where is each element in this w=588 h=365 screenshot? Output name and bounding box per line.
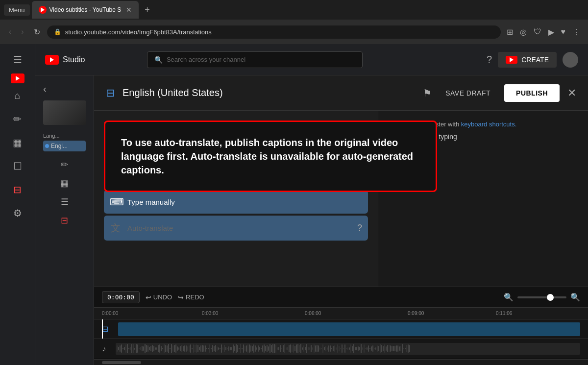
save-draft-button[interactable]: SAVE DRAFT: [440, 85, 496, 101]
yt-play-icon: [16, 76, 20, 81]
lang-item-english[interactable]: Engl...: [43, 141, 86, 151]
pause-checkbox[interactable]: [388, 133, 396, 141]
address-text: studio.youtube.com/video/ImgF6pbt83A/tra…: [65, 28, 212, 36]
time-display: 0:00:00: [102, 291, 140, 303]
yt-header-icon: [45, 55, 59, 65]
create-button[interactable]: CREATE: [498, 52, 557, 68]
music-icon: ♪: [102, 344, 106, 353]
upload-file-option[interactable]: ⬆ Upload file: [104, 139, 368, 163]
studio-header: Studio 🔍 Search across your channel ? CR…: [35, 44, 588, 75]
zoom-out-icon[interactable]: 🔍: [504, 292, 514, 302]
tab-bar: Menu Video subtitles - YouTube S ✕ +: [0, 0, 588, 20]
timeline-scrollbar[interactable]: [102, 361, 141, 364]
header-right: ? CREATE: [487, 52, 578, 68]
refresh-button[interactable]: ↻: [31, 25, 43, 39]
waveform-bars: [116, 343, 411, 355]
ruler-marker-3: 0:09:00: [408, 311, 424, 316]
sidebar-item-analytics[interactable]: ▦: [2, 132, 33, 153]
publish-button[interactable]: PUBLISH: [504, 84, 560, 102]
type-manually-label: Type manually: [127, 198, 175, 206]
studio-text: Studio: [63, 55, 85, 64]
timeline: 0:00:00 ↩ UNDO ↪ REDO 🔍: [94, 287, 588, 365]
autosync-icon: ⟳: [110, 170, 122, 182]
sidebar-menu-button[interactable]: ☰: [7, 48, 28, 72]
close-button[interactable]: ✕: [567, 87, 576, 99]
studio-brand: Studio: [45, 55, 85, 65]
content-area: ‹ Lang... Engl... ✏ ▦ ☰ ⊟: [35, 75, 588, 365]
active-tab[interactable]: Video subtitles - YouTube S ✕: [32, 1, 139, 19]
undo-button[interactable]: ↩ UNDO: [146, 293, 172, 301]
sidebar-item-settings[interactable]: ⚙: [2, 202, 33, 224]
playhead: [102, 319, 103, 339]
comments-icon: ☐: [13, 160, 22, 172]
sidebar-item-comments[interactable]: ☐: [2, 155, 33, 177]
main-content: Studio 🔍 Search across your channel ? CR…: [35, 44, 588, 365]
sidebar-item-content[interactable]: ✏: [2, 108, 33, 130]
lang-label: Lang...: [43, 133, 86, 139]
timeline-controls: 0:00:00 ↩ UNDO ↪ REDO 🔍: [94, 287, 588, 307]
ruler-marker-0: 0:00:00: [102, 311, 118, 316]
playlist-icon[interactable]: ☰: [61, 196, 69, 207]
zoom-thumb[interactable]: [547, 294, 554, 301]
captions-panel: Select how you want to add captions ⬆ Up…: [94, 111, 378, 287]
redo-label: REDO: [186, 293, 204, 301]
tab-close-button[interactable]: ✕: [126, 6, 132, 14]
captions-title: Select how you want to add captions: [104, 121, 368, 129]
metrics-icon[interactable]: ▦: [60, 178, 69, 189]
subtitle-track: ⊟: [94, 319, 588, 339]
address-bar[interactable]: 🔒 studio.youtube.com/video/ImgF6pbt83A/t…: [47, 25, 501, 39]
subtitles-icon: ⊟: [13, 184, 22, 195]
play-icon[interactable]: ▶: [546, 25, 556, 39]
undo-label: UNDO: [153, 293, 172, 301]
timeline-tracks: ⊟ ♪: [94, 319, 588, 359]
schedule-icon[interactable]: ⊟: [61, 215, 68, 226]
redo-button[interactable]: ↪ REDO: [178, 293, 204, 301]
back-button[interactable]: ‹: [6, 25, 14, 38]
zoom-slider[interactable]: [517, 296, 566, 298]
panel-title: English (United States): [122, 87, 415, 98]
sidebar-item-subtitles[interactable]: ⊟: [2, 179, 33, 200]
lang-dot: [45, 144, 49, 148]
yt-header-play: [50, 57, 54, 62]
sidebar-item-dashboard[interactable]: ⌂: [2, 85, 33, 106]
auto-translate-option[interactable]: 文 Auto-translate ?: [104, 216, 368, 241]
menu-button[interactable]: Menu: [4, 4, 30, 16]
search-box[interactable]: 🔍 Search across your channel: [147, 51, 363, 68]
extensions-icon[interactable]: ⊞: [505, 25, 515, 39]
auto-sync-option[interactable]: ⟳ Auto-sync: [104, 165, 368, 188]
zoom-in-icon[interactable]: 🔍: [570, 292, 580, 302]
upload-icon: ⬆: [110, 145, 122, 157]
studio-container: ☰ ⌂ ✏ ▦ ☐ ⊟ ⚙: [0, 44, 588, 365]
subtitle-header-icon: ⊟: [106, 87, 115, 99]
youtube-play-icon: [41, 7, 45, 12]
lock-icon: 🔒: [54, 28, 61, 35]
feedback-button[interactable]: ⚑: [423, 87, 432, 99]
settings-icon: ⚙: [13, 207, 22, 219]
create-play-icon: [510, 57, 514, 62]
create-label: CREATE: [521, 56, 549, 64]
edit-icon[interactable]: ✏: [61, 159, 68, 170]
new-tab-button[interactable]: +: [141, 3, 154, 17]
timeline-ruler: 0:00:00 0:03:00 0:06:00 0:09:00 0:11:06: [94, 307, 588, 319]
type-manually-option[interactable]: ⌨ Type manually: [104, 190, 368, 214]
create-icon: [506, 56, 517, 64]
pause-label: Pause while typing: [400, 133, 457, 141]
user-avatar[interactable]: [563, 52, 578, 68]
auto-translate-label: Auto-translate: [127, 224, 173, 232]
ruler-marker-1: 0:03:00: [202, 311, 218, 316]
heart-icon[interactable]: ♥: [559, 25, 568, 38]
shield-icon[interactable]: 🛡: [532, 25, 543, 38]
pause-while-typing-row: Pause while typing: [388, 133, 578, 141]
back-button[interactable]: ‹: [43, 83, 86, 95]
forward-button[interactable]: ›: [18, 25, 26, 38]
profile-icon[interactable]: ◎: [518, 25, 529, 39]
video-thumbnail: [43, 100, 86, 125]
menu-dots-icon[interactable]: ⋮: [570, 25, 582, 39]
autosync-label: Auto-sync: [127, 172, 160, 181]
auto-translate-help-icon[interactable]: ?: [357, 223, 362, 233]
sidebar: ☰ ⌂ ✏ ▦ ☐ ⊟ ⚙: [0, 44, 35, 365]
shortcuts-text: Enter subtitles faster with keyboard sho…: [388, 121, 578, 128]
help-button[interactable]: ?: [487, 54, 492, 65]
studio-logo: [11, 73, 24, 83]
shortcuts-link[interactable]: keyboard shortcuts.: [461, 121, 516, 128]
